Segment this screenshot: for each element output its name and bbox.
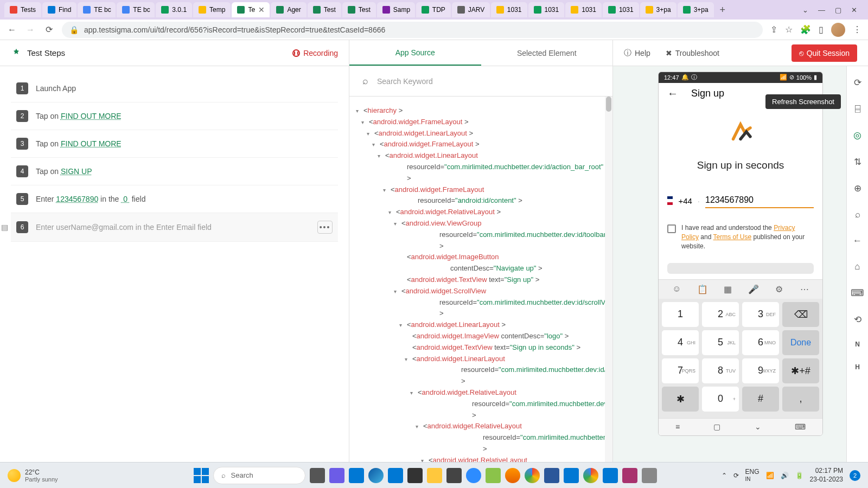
tray-chevron-icon[interactable]: ⌃ bbox=[722, 472, 727, 479]
menu-icon[interactable]: ⋮ bbox=[853, 24, 861, 35]
nav-keyboard-icon[interactable]: ⌨ bbox=[795, 422, 806, 431]
reload-button[interactable]: ⟳ bbox=[43, 24, 54, 35]
step-row[interactable]: 3Tap on FIND OUT MORE bbox=[11, 130, 338, 158]
app-icon-chrome[interactable] bbox=[525, 468, 540, 483]
tree-node[interactable]: ▾<android.widget.FrameLayoutresourceId="… bbox=[356, 184, 606, 207]
keyboard-key[interactable]: # bbox=[742, 387, 779, 412]
app-icon-ide[interactable] bbox=[622, 468, 637, 483]
share-icon[interactable]: ⇪ bbox=[770, 24, 777, 35]
back-arrow-icon[interactable]: ← bbox=[853, 235, 862, 246]
phone-back-button[interactable]: ← bbox=[667, 87, 678, 100]
caret-icon[interactable]: ▾ bbox=[421, 457, 429, 462]
caret-icon[interactable]: ▾ bbox=[394, 287, 401, 296]
step-row[interactable]: 1Launch App bbox=[11, 75, 338, 102]
step-row[interactable]: 2Tap on FIND OUT MORE bbox=[11, 102, 338, 130]
help-button[interactable]: ⓘ Help bbox=[624, 48, 650, 58]
caret-icon[interactable]: ▾ bbox=[416, 422, 423, 431]
keyboard-key[interactable]: 0+ bbox=[702, 387, 739, 412]
keyboard-key[interactable]: 5JKL bbox=[702, 330, 739, 355]
keyboard-key[interactable]: 3DEF bbox=[742, 302, 779, 327]
step-link[interactable]: SIGN UP bbox=[61, 167, 92, 176]
tray-clock[interactable]: 02:17 PM 23-01-2023 bbox=[810, 467, 843, 484]
browser-tab[interactable]: Test bbox=[342, 2, 376, 17]
browser-tab[interactable]: Temp bbox=[193, 2, 231, 17]
url-bar[interactable]: 🔒 app.testsigma.com/ui/td/record/656?isR… bbox=[62, 22, 763, 38]
keyboard-key[interactable]: 8TUV bbox=[702, 358, 739, 383]
app-icon-chrome2[interactable] bbox=[583, 468, 598, 483]
tree-node[interactable]: <android.widget.ImageButton contentDesc=… bbox=[356, 252, 606, 274]
browser-tab[interactable]: Tests bbox=[4, 2, 41, 17]
keyboard-key[interactable]: 9WXYZ bbox=[742, 358, 779, 383]
browser-tab[interactable]: TE bc bbox=[78, 2, 116, 17]
kb-more-icon[interactable]: ⋯ bbox=[799, 283, 810, 295]
step-menu-button[interactable]: ••• bbox=[317, 221, 333, 234]
kb-mic-icon[interactable]: 🎤 bbox=[748, 283, 760, 295]
phone-number-input[interactable] bbox=[705, 193, 814, 208]
app-icon-blue[interactable] bbox=[564, 468, 579, 483]
tree-node[interactable]: ▾<android.widget.RelativeLayoutresourceI… bbox=[356, 387, 606, 421]
keyboard-key[interactable]: , bbox=[782, 387, 819, 412]
step-row[interactable]: 4Tap on SIGN UP bbox=[11, 158, 338, 185]
tree-node[interactable]: ▾<android.widget.LinearLayoutresourceId=… bbox=[356, 354, 606, 387]
panel-icon[interactable]: ▯ bbox=[819, 24, 824, 35]
kb-clipboard-icon[interactable]: 📋 bbox=[697, 283, 709, 295]
tray-volume-icon[interactable]: 🔊 bbox=[781, 472, 789, 479]
step-link[interactable]: FIND OUT MORE bbox=[61, 112, 122, 120]
browser-tab[interactable]: 1031 bbox=[603, 2, 639, 17]
search2-icon[interactable]: ⌕ bbox=[855, 209, 860, 220]
n-button[interactable]: N bbox=[855, 341, 860, 348]
step-row[interactable]: 5Enter 1234567890 in the 0 field bbox=[11, 185, 338, 213]
tree-node[interactable]: ▾<android.widget.ScrollViewresourceId="c… bbox=[356, 286, 606, 319]
phone-mirror[interactable]: 12:47 🔔 ⓘ 📶 ⊘ 100%▮ ← Sign up Sign up in… bbox=[658, 72, 823, 436]
step-link[interactable]: FIND OUT MORE bbox=[61, 139, 122, 148]
app-icon-edge[interactable] bbox=[368, 468, 384, 483]
keyboard-key[interactable]: 4GHI bbox=[662, 330, 699, 355]
start-button[interactable] bbox=[194, 468, 209, 483]
caret-icon[interactable]: ▾ bbox=[383, 186, 391, 195]
tree-node[interactable]: ▾<android.widget.LinearLayout > bbox=[356, 128, 606, 139]
app-icon-notes[interactable] bbox=[446, 468, 462, 483]
step-row[interactable]: ▤6Enter userName@gmail.com in the Enter … bbox=[11, 213, 338, 242]
app-icon-misc[interactable] bbox=[642, 468, 657, 483]
swipe-icon[interactable]: ⇅ bbox=[854, 156, 861, 168]
caret-icon[interactable]: ▾ bbox=[394, 220, 401, 228]
keyboard-key[interactable]: 2ABC bbox=[702, 302, 739, 327]
privacy-checkbox[interactable] bbox=[667, 224, 676, 233]
tree-node[interactable]: <android.widget.TextView text="Sign up i… bbox=[356, 342, 606, 354]
keyboard-key[interactable]: 1 bbox=[662, 302, 699, 327]
browser-tab[interactable]: Test bbox=[308, 2, 341, 17]
caret-icon[interactable]: ▾ bbox=[378, 152, 385, 160]
caret-icon[interactable]: ▾ bbox=[372, 140, 380, 149]
step-link[interactable]: 0 bbox=[121, 195, 130, 203]
nav-back-icon[interactable]: ⌄ bbox=[755, 422, 761, 431]
keyboard-key[interactable]: 7PQRS bbox=[662, 358, 699, 383]
keyboard-key[interactable]: 6MNO bbox=[742, 330, 779, 355]
maximize-icon[interactable]: ▢ bbox=[835, 6, 841, 14]
weather-widget[interactable]: 22°C Partly sunny bbox=[8, 468, 58, 483]
browser-tab[interactable]: TDP bbox=[416, 2, 451, 17]
caret-icon[interactable]: ▾ bbox=[410, 389, 418, 397]
nav-recent-icon[interactable]: ≡ bbox=[675, 422, 680, 431]
tap-icon[interactable]: ◎ bbox=[853, 130, 861, 141]
browser-tab[interactable]: 1031 bbox=[491, 2, 527, 17]
h-button[interactable]: H bbox=[855, 363, 860, 371]
refresh-icon[interactable]: ⟳ bbox=[854, 77, 861, 88]
app-icon-files[interactable] bbox=[427, 468, 442, 483]
app-icon-zoom[interactable] bbox=[466, 468, 481, 483]
tray-battery-icon[interactable]: 🔋 bbox=[795, 472, 803, 479]
keyboard-key[interactable]: ✱ bbox=[662, 387, 699, 412]
keyboard-key[interactable]: Done bbox=[782, 330, 819, 355]
caret-icon[interactable]: ▾ bbox=[388, 208, 396, 217]
keyboard-icon[interactable]: ⌨ bbox=[851, 287, 864, 299]
taskview-icon[interactable] bbox=[310, 468, 325, 483]
browser-tab[interactable]: Find bbox=[42, 2, 76, 17]
scrollbar-thumb[interactable] bbox=[606, 97, 611, 112]
home-icon[interactable]: ⌂ bbox=[854, 261, 860, 272]
browser-tab[interactable]: 1031 bbox=[565, 2, 602, 17]
browser-tab[interactable]: Te✕ bbox=[232, 2, 270, 17]
browser-tab[interactable]: 3+pa bbox=[640, 2, 676, 17]
country-code[interactable]: +44 bbox=[678, 196, 692, 206]
profile-avatar[interactable] bbox=[831, 23, 845, 37]
browser-tab[interactable]: 3.0.1 bbox=[156, 2, 192, 17]
browser-tab[interactable]: JARV bbox=[452, 2, 490, 17]
